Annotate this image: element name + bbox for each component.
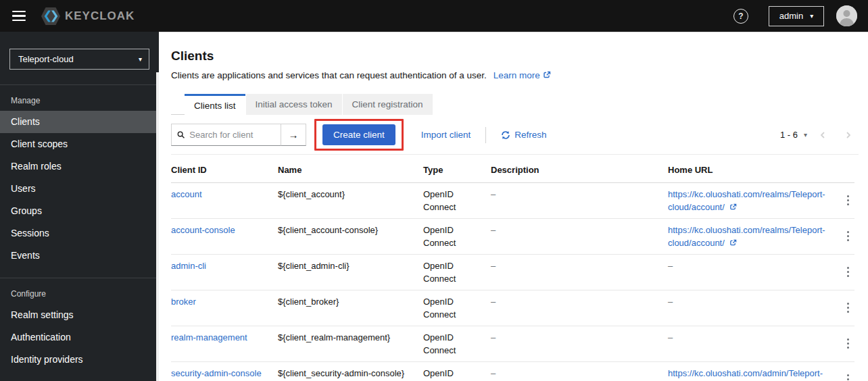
home-url-link[interactable]: https://kc.oluoshati.com/admin/Teleport-… bbox=[668, 368, 823, 381]
chevron-down-icon: ▾ bbox=[139, 55, 142, 63]
column-header-home-url: Home URL bbox=[668, 156, 837, 183]
client-id-link[interactable]: broker bbox=[171, 297, 196, 307]
home-url-link[interactable]: https://kc.oluoshati.com/realms/Teleport… bbox=[668, 225, 825, 248]
keycloak-logo: KEYCLOAK bbox=[41, 7, 135, 26]
client-name: ${client_account} bbox=[278, 189, 345, 199]
column-header-description: Description bbox=[491, 156, 668, 183]
sidebar-item-clients[interactable]: Clients bbox=[0, 111, 159, 133]
create-client-button[interactable]: Create client bbox=[322, 124, 395, 145]
chevron-down-icon: ▾ bbox=[810, 12, 813, 20]
annotation-highlight-box: Create client bbox=[314, 119, 404, 151]
user-menu-dropdown[interactable]: admin ▾ bbox=[769, 6, 824, 26]
user-avatar-icon bbox=[836, 5, 857, 26]
tab-bar: Clients list Initial access token Client… bbox=[171, 94, 859, 115]
chevron-down-icon: ▾ bbox=[804, 131, 807, 138]
chevron-left-icon bbox=[819, 131, 826, 139]
search-input[interactable] bbox=[189, 130, 275, 140]
search-submit-button[interactable]: → bbox=[281, 124, 306, 146]
sidebar-scrollbar[interactable] bbox=[156, 72, 159, 381]
learn-more-link[interactable]: Learn more bbox=[493, 70, 551, 80]
kebab-menu-icon[interactable] bbox=[843, 264, 854, 280]
keycloak-logo-icon bbox=[41, 7, 61, 26]
clients-table: Client ID Name Type Description Home URL… bbox=[171, 156, 854, 381]
client-description: – bbox=[491, 261, 496, 271]
sidebar-item-groups[interactable]: Groups bbox=[0, 200, 159, 222]
kebab-menu-icon[interactable] bbox=[843, 372, 854, 381]
toolbar-divider bbox=[485, 127, 486, 143]
page-description: Clients are applications and services th… bbox=[171, 70, 859, 80]
search-input-wrap bbox=[171, 124, 281, 146]
pagination-top: 1 - 6 ▾ bbox=[780, 128, 859, 142]
sidebar-item-identity-providers[interactable]: Identity providers bbox=[0, 349, 159, 371]
brand-name: KEYCLOAK bbox=[65, 9, 135, 23]
client-id-link[interactable]: admin-cli bbox=[171, 261, 206, 271]
search-group: → bbox=[171, 124, 306, 146]
client-type: OpenID Connect bbox=[423, 332, 456, 355]
external-link-icon bbox=[729, 239, 737, 247]
tab-clients-list[interactable]: Clients list bbox=[185, 94, 245, 115]
client-id-link[interactable]: realm-management bbox=[171, 332, 247, 342]
external-link-icon bbox=[543, 71, 551, 79]
import-client-link[interactable]: Import client bbox=[421, 130, 471, 140]
username: admin bbox=[779, 11, 803, 21]
pagination-range-dropdown[interactable]: 1 - 6 ▾ bbox=[780, 130, 807, 140]
chevron-right-icon bbox=[845, 131, 852, 139]
sidebar-item-sessions[interactable]: Sessions bbox=[0, 222, 159, 245]
page-title: Clients bbox=[171, 49, 859, 63]
sidebar-item-client-scopes[interactable]: Client scopes bbox=[0, 133, 159, 155]
hamburger-menu-icon[interactable] bbox=[12, 11, 26, 22]
table-row: broker ${client_broker} OpenID Connect –… bbox=[171, 290, 854, 326]
column-header-name: Name bbox=[278, 156, 423, 183]
external-link-icon bbox=[729, 203, 737, 211]
kebab-menu-icon[interactable] bbox=[843, 300, 854, 316]
home-url-empty: – bbox=[668, 297, 673, 307]
client-description: – bbox=[491, 225, 496, 235]
client-id-link[interactable]: account bbox=[171, 189, 202, 199]
table-row: account-console ${client_account-console… bbox=[171, 219, 854, 255]
client-id-link[interactable]: account-console bbox=[171, 225, 235, 235]
tab-client-registration[interactable]: Client registration bbox=[342, 94, 433, 115]
kebab-menu-icon[interactable] bbox=[843, 336, 854, 352]
table-header-row: Client ID Name Type Description Home URL bbox=[171, 156, 854, 183]
client-name: ${client_security-admin-console} bbox=[278, 368, 404, 378]
client-type: OpenID Connect bbox=[423, 189, 456, 212]
client-id-link[interactable]: security-admin-console bbox=[171, 368, 262, 378]
table-row: account ${client_account} OpenID Connect… bbox=[171, 183, 854, 219]
client-description: – bbox=[491, 189, 496, 199]
tab-initial-access-token[interactable]: Initial access token bbox=[245, 94, 342, 115]
pagination-prev-button[interactable] bbox=[813, 128, 833, 142]
sidebar-item-realm-settings[interactable]: Realm settings bbox=[0, 304, 159, 326]
client-name: ${client_admin-cli} bbox=[278, 261, 349, 271]
avatar[interactable] bbox=[836, 5, 857, 26]
nav-section-configure-label: Configure bbox=[0, 278, 159, 304]
column-header-client-id: Client ID bbox=[171, 156, 278, 183]
client-description: – bbox=[491, 332, 496, 342]
home-url-link[interactable]: https://kc.oluoshati.com/realms/Teleport… bbox=[668, 189, 825, 212]
main-content: Clients Clients are applications and ser… bbox=[159, 32, 868, 381]
client-description: – bbox=[491, 368, 496, 378]
pagination-next-button[interactable] bbox=[838, 128, 859, 142]
home-url-empty: – bbox=[668, 261, 673, 271]
table-row: admin-cli ${client_admin-cli} OpenID Con… bbox=[171, 255, 854, 290]
toolbar: → Create client Import client Refresh bbox=[171, 115, 859, 155]
realm-selector-dropdown[interactable]: Teleport-cloud ▾ bbox=[9, 49, 149, 70]
search-icon bbox=[177, 130, 185, 139]
kebab-menu-icon[interactable] bbox=[843, 193, 854, 209]
sidebar-item-authentication[interactable]: Authentication bbox=[0, 326, 159, 349]
sidebar: Teleport-cloud ▾ Manage Clients Client s… bbox=[0, 32, 159, 381]
client-type: OpenID Connect bbox=[423, 297, 456, 320]
sidebar-item-users[interactable]: Users bbox=[0, 178, 159, 200]
column-header-type: Type bbox=[423, 156, 491, 183]
table-row: realm-management ${client_realm-manageme… bbox=[171, 326, 854, 362]
client-description: – bbox=[491, 297, 496, 307]
refresh-link[interactable]: Refresh bbox=[501, 130, 546, 140]
sidebar-item-events[interactable]: Events bbox=[0, 245, 159, 267]
client-type: OpenID Connect bbox=[423, 368, 456, 381]
client-name: ${client_account-console} bbox=[278, 225, 378, 235]
sidebar-item-realm-roles[interactable]: Realm roles bbox=[0, 155, 159, 178]
client-type: OpenID Connect bbox=[423, 261, 456, 284]
client-name: ${client_broker} bbox=[278, 297, 339, 307]
refresh-icon bbox=[501, 130, 510, 140]
kebab-menu-icon[interactable] bbox=[843, 228, 854, 245]
help-icon[interactable]: ? bbox=[733, 9, 748, 24]
